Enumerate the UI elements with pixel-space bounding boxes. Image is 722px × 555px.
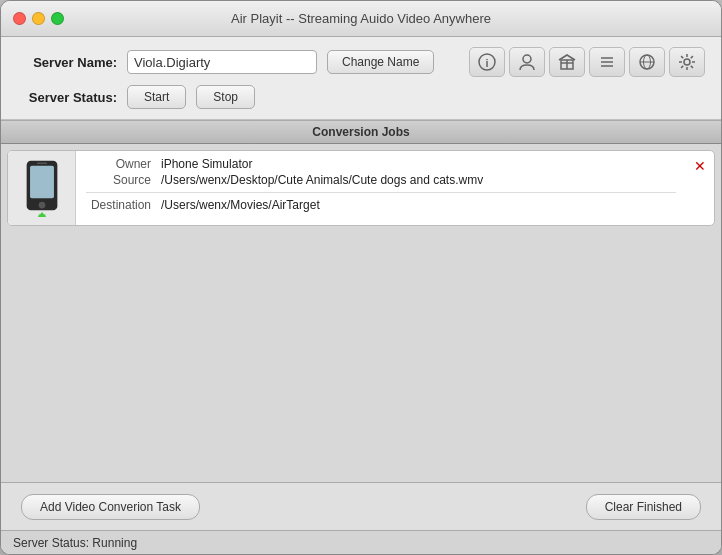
add-video-task-button[interactable]: Add Video Converion Task bbox=[21, 494, 200, 520]
person-icon bbox=[518, 53, 536, 71]
status-bar: Server Status: Running bbox=[1, 530, 721, 554]
svg-rect-26 bbox=[38, 214, 45, 217]
server-status-label: Server Status: bbox=[17, 90, 117, 105]
list-icon-button[interactable] bbox=[589, 47, 625, 77]
owner-label: Owner bbox=[86, 157, 151, 171]
jobs-list: Owner iPhone Simulator Source /Users/wen… bbox=[1, 144, 721, 482]
title-bar: Air Playit -- Streaming Auido Video Anyw… bbox=[1, 1, 721, 37]
gear-icon-button[interactable] bbox=[669, 47, 705, 77]
svg-point-2 bbox=[523, 55, 531, 63]
gear-icon bbox=[678, 53, 696, 71]
globe-icon-button[interactable] bbox=[629, 47, 665, 77]
destination-value: /Users/wenx/Movies/AirTarget bbox=[161, 198, 676, 212]
box-icon-button[interactable] bbox=[549, 47, 585, 77]
svg-rect-24 bbox=[36, 162, 46, 164]
start-button[interactable]: Start bbox=[127, 85, 186, 109]
status-text: Server Status: Running bbox=[13, 536, 137, 550]
job-divider bbox=[86, 192, 676, 193]
job-close-button[interactable]: ✕ bbox=[686, 155, 714, 177]
destination-label: Destination bbox=[86, 198, 151, 212]
globe-icon bbox=[638, 53, 656, 71]
job-destination-row: Destination /Users/wenx/Movies/AirTarget bbox=[86, 198, 676, 212]
svg-point-23 bbox=[38, 202, 45, 209]
svg-text:i: i bbox=[485, 57, 488, 69]
change-name-button[interactable]: Change Name bbox=[327, 50, 434, 74]
owner-value: iPhone Simulator bbox=[161, 157, 676, 171]
person-icon-button[interactable] bbox=[509, 47, 545, 77]
maximize-button[interactable] bbox=[51, 12, 64, 25]
source-label: Source bbox=[86, 173, 151, 187]
stop-button[interactable]: Stop bbox=[196, 85, 255, 109]
svg-line-20 bbox=[681, 66, 683, 68]
window-title: Air Playit -- Streaming Auido Video Anyw… bbox=[231, 11, 491, 26]
server-status-row: Server Status: Start Stop bbox=[17, 85, 705, 109]
job-icon bbox=[8, 151, 76, 225]
close-button[interactable] bbox=[13, 12, 26, 25]
box-icon bbox=[558, 53, 576, 71]
conversion-jobs-header: Conversion Jobs bbox=[1, 120, 721, 144]
toolbar-icons: i bbox=[469, 47, 705, 77]
server-name-input[interactable] bbox=[127, 50, 317, 74]
bottom-bar: Add Video Converion Task Clear Finished bbox=[1, 482, 721, 530]
svg-line-17 bbox=[681, 56, 683, 58]
svg-point-12 bbox=[684, 59, 690, 65]
info-icon-button[interactable]: i bbox=[469, 47, 505, 77]
job-card: Owner iPhone Simulator Source /Users/wen… bbox=[7, 150, 715, 226]
svg-line-18 bbox=[691, 66, 693, 68]
traffic-lights bbox=[13, 12, 64, 25]
svg-rect-22 bbox=[30, 166, 54, 198]
source-value: /Users/wenx/Desktop/Cute Animals/Cute do… bbox=[161, 173, 676, 187]
phone-icon bbox=[19, 159, 65, 217]
server-name-row: Server Name: Change Name i bbox=[17, 47, 705, 77]
controls-area: Server Name: Change Name i bbox=[1, 37, 721, 120]
job-details: Owner iPhone Simulator Source /Users/wen… bbox=[76, 151, 686, 225]
server-name-label: Server Name: bbox=[17, 55, 117, 70]
job-owner-row: Owner iPhone Simulator bbox=[86, 157, 676, 171]
svg-line-19 bbox=[691, 56, 693, 58]
minimize-button[interactable] bbox=[32, 12, 45, 25]
job-source-row: Source /Users/wenx/Desktop/Cute Animals/… bbox=[86, 173, 676, 187]
clear-finished-button[interactable]: Clear Finished bbox=[586, 494, 701, 520]
info-icon: i bbox=[478, 53, 496, 71]
main-content: Server Name: Change Name i bbox=[1, 37, 721, 554]
list-icon bbox=[598, 53, 616, 71]
app-window: Air Playit -- Streaming Auido Video Anyw… bbox=[0, 0, 722, 555]
